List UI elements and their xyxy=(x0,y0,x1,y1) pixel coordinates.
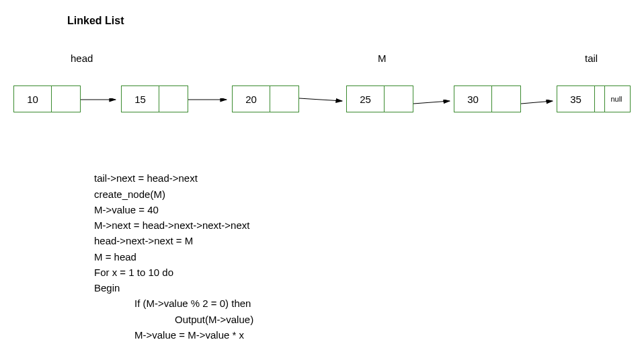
svg-line-2 xyxy=(299,98,342,101)
diagram-title: Linked List xyxy=(67,15,124,27)
node-6-value: 35 xyxy=(557,86,594,112)
node-2-value: 15 xyxy=(122,86,159,112)
code-line-8: Begin xyxy=(94,282,120,294)
node-6-null: null xyxy=(603,86,630,112)
pseudocode-block: tail->next = head->next create_node(M) M… xyxy=(94,155,253,344)
arrow-1-2 xyxy=(81,98,121,106)
node-5: 30 xyxy=(454,85,521,112)
code-line-9: If (M->value % 2 = 0) then xyxy=(94,296,251,311)
node-4: 25 xyxy=(346,85,413,112)
node-1: 10 xyxy=(13,85,81,112)
code-line-11: M->value = M->value * x xyxy=(94,327,244,343)
node-3: 20 xyxy=(232,85,299,112)
code-line-6: M = head xyxy=(94,251,136,263)
label-tail: tail xyxy=(585,53,598,64)
node-1-value: 10 xyxy=(14,86,51,112)
arrow-5-6 xyxy=(521,100,558,108)
node-4-value: 25 xyxy=(347,86,384,112)
code-line-3: M->value = 40 xyxy=(94,204,159,215)
node-2: 15 xyxy=(121,85,188,112)
svg-line-4 xyxy=(521,101,553,104)
linked-list-diagram: Linked List head M tail 10 15 20 25 30 3… xyxy=(0,0,644,344)
code-line-1: tail->next = head->next xyxy=(94,172,198,184)
arrow-2-3 xyxy=(188,98,232,106)
node-6: 35 null xyxy=(557,85,631,112)
code-line-2: create_node(M) xyxy=(94,188,165,200)
code-line-7: For x = 1 to 10 do xyxy=(94,267,173,278)
code-line-4: M->next = head->next->next->next xyxy=(94,219,249,231)
label-M: M xyxy=(378,53,387,64)
svg-line-3 xyxy=(413,101,450,104)
node-3-value: 20 xyxy=(233,86,270,112)
code-line-5: head->next->next = M xyxy=(94,235,193,246)
node-5-value: 30 xyxy=(454,86,491,112)
code-line-10: Output(M->value) xyxy=(94,312,253,327)
arrow-4-5 xyxy=(413,100,455,108)
label-head: head xyxy=(71,53,93,64)
arrow-3-4 xyxy=(299,97,348,106)
